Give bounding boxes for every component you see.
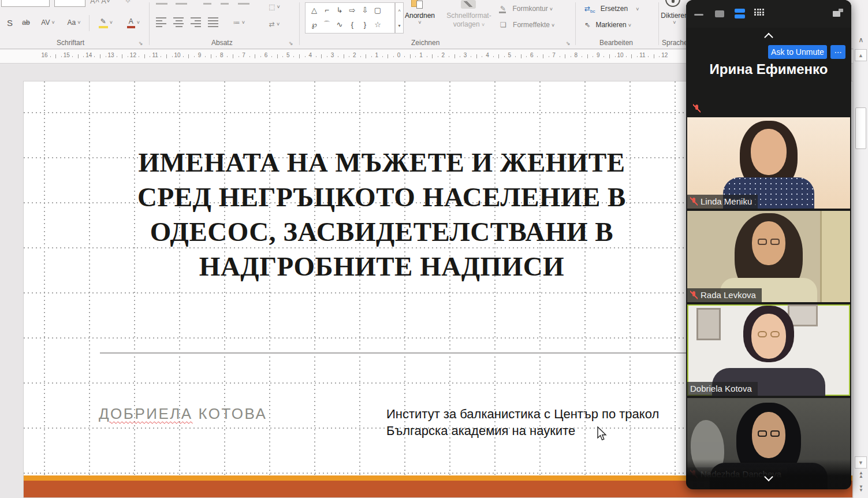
text-highlight-button[interactable]: ✎˅	[92, 15, 119, 30]
ruler-number: 2	[349, 52, 360, 58]
character-spacing-button[interactable]: AV˅	[36, 15, 60, 30]
shape-icon[interactable]: ↳	[333, 6, 346, 14]
ruler-number: 10	[172, 52, 182, 58]
collapse-panel-chevron[interactable]	[766, 32, 772, 43]
chevron-down-icon: ˅	[277, 21, 280, 27]
microphone-icon	[665, 0, 680, 7]
slide-title[interactable]: ИМЕНАТА НА МЪЖЕТЕ И ЖЕНИТЕ СРЕД НЕГРЪЦКО…	[79, 145, 685, 284]
ruler-number: 11	[637, 52, 647, 58]
shape-outline-button[interactable]: ✎ Formkontur˅	[500, 5, 553, 13]
chevron-down-icon: ˅	[51, 20, 54, 25]
ruler-dot	[404, 56, 405, 57]
align-right-button[interactable]	[191, 17, 202, 27]
slide-author[interactable]: ДОБРИЕЛА КОТОВА	[99, 405, 267, 423]
collapse-ribbon-chevron[interactable]: ∧	[856, 36, 866, 45]
vertical-scrollbar[interactable]: ▲ ▼ ▲▲ ▼▼	[853, 49, 868, 498]
change-case-button[interactable]: Aa˅	[61, 15, 87, 30]
ruler-tick	[609, 54, 610, 58]
ruler-dot	[117, 56, 117, 57]
indent-increase-partial[interactable]	[221, 0, 229, 5]
align-left-button[interactable]	[156, 17, 167, 27]
previous-slide-button[interactable]: ▲▲	[856, 471, 866, 478]
shape-icon[interactable]: ℘	[308, 20, 321, 29]
align-center-button[interactable]	[173, 17, 185, 27]
shape-icon[interactable]: ∿	[333, 20, 346, 29]
shape-icon[interactable]: ⇩	[359, 6, 371, 14]
line-spacing-partial[interactable]	[238, 0, 249, 5]
video-tile[interactable]: Linda Meniku	[687, 117, 850, 209]
shape-icon[interactable]: {	[346, 20, 359, 29]
video-tile[interactable]: Rada Levkova	[687, 211, 850, 302]
participant-tiles: Linda Meniku Rada Levkova	[687, 117, 850, 489]
shape-icon[interactable]: ▢	[371, 6, 384, 14]
scroll-up-button[interactable]: ▲	[855, 49, 867, 61]
ruler-number: 12	[660, 52, 670, 58]
text-direction-button[interactable]: ⬚˅	[261, 1, 288, 13]
columns-button[interactable]: ≔˅	[228, 15, 251, 30]
justify-button[interactable]	[208, 17, 219, 27]
convert-smartart-button[interactable]: ⇄˅	[261, 18, 288, 30]
paragraph-dialog-launcher[interactable]: ⇘	[289, 40, 293, 46]
speaker-view-icon[interactable]	[715, 10, 724, 17]
shape-icon[interactable]: }	[359, 20, 371, 29]
ruler-tick	[188, 54, 189, 58]
active-view-icon[interactable]	[735, 9, 745, 20]
ruler-tick	[344, 54, 344, 58]
ruler-tick	[144, 54, 145, 58]
shape-icon[interactable]: ⌐	[321, 6, 333, 14]
ruler-number: 14	[84, 52, 94, 58]
ask-to-unmute-button[interactable]: Ask to Unmute	[768, 45, 827, 59]
shapes-gallery[interactable]: △⌐↳⇨⇩▢ ℘⌒∿{}☆ ˄ ▾	[305, 2, 395, 34]
next-slide-button[interactable]: ▼▼	[856, 485, 866, 492]
scroll-participants-down[interactable]	[766, 472, 772, 482]
font-size-combo[interactable]	[54, 0, 85, 7]
editing-group-label: Bearbeiten	[599, 39, 633, 47]
strikethrough-button[interactable]: ab	[17, 15, 35, 30]
replace-button[interactable]: ⇄bc Ersetzen˅	[584, 5, 639, 14]
ruler-tick	[299, 54, 300, 58]
drawing-group-label: Zeichnen	[411, 39, 439, 47]
shape-effects-button[interactable]: ❏ Formeffekte˅	[500, 21, 554, 29]
indent-decrease-partial[interactable]	[203, 0, 211, 5]
select-button[interactable]: ⇖ Markieren˅	[584, 21, 631, 29]
arrange-icon	[411, 0, 426, 9]
ruler-tick	[455, 54, 455, 58]
dictate-button[interactable]: Diktieren˅	[660, 12, 690, 25]
shapes-row: ℘⌒∿{}☆	[306, 17, 394, 32]
gallery-view-icon[interactable]	[754, 9, 765, 17]
quick-styles-button[interactable]: Schnellformat- vorlagen ˅	[441, 12, 497, 29]
font-group-label: Schriftart	[57, 39, 84, 47]
arrange-button[interactable]: Anordnen˅	[401, 12, 438, 25]
shape-icon[interactable]: ☆	[371, 20, 384, 29]
chevron-down-icon: ˅	[401, 20, 438, 25]
bullets-button-partial[interactable]	[156, 0, 167, 5]
popout-view-icon[interactable]	[833, 9, 843, 17]
font-color-button[interactable]: A˅	[121, 15, 146, 30]
ruler-number: 2	[438, 52, 448, 58]
scrollbar-thumb[interactable]	[855, 107, 866, 149]
ruler-dot	[205, 56, 206, 57]
shape-icon[interactable]: ⇨	[346, 6, 359, 14]
minimize-icon[interactable]	[694, 14, 703, 16]
numbering-button-partial[interactable]	[176, 0, 187, 5]
ruler-number: 15	[61, 52, 72, 58]
clear-format-button[interactable]: ✧	[125, 0, 131, 5]
chevron-down-icon: ˅	[552, 23, 554, 28]
more-options-button[interactable]: ⋯	[830, 45, 845, 59]
chevron-down-icon: ˅	[242, 20, 245, 25]
text-shadow-button[interactable]: S	[2, 15, 17, 30]
ruler-tick	[255, 54, 255, 58]
shape-icon[interactable]: ⌒	[321, 20, 333, 30]
drawing-dialog-launcher[interactable]: ⇘	[566, 40, 571, 46]
ruler-dot	[560, 56, 560, 57]
shape-icon[interactable]: △	[308, 6, 321, 14]
grow-shrink-font-buttons[interactable]: A˄ A˅	[90, 0, 110, 5]
font-name-combo[interactable]	[1, 0, 50, 7]
video-tile[interactable]: Dobriela Kotova	[687, 304, 850, 396]
slide-affiliation[interactable]: Институт за балканистика с Център по тра…	[386, 406, 659, 439]
ruler-tick	[587, 54, 588, 58]
ruler-number: 6	[527, 52, 537, 58]
zoom-toolbar	[686, 0, 851, 28]
scroll-down-button[interactable]: ▼	[855, 456, 867, 469]
font-dialog-launcher[interactable]: ⇘	[139, 40, 143, 46]
